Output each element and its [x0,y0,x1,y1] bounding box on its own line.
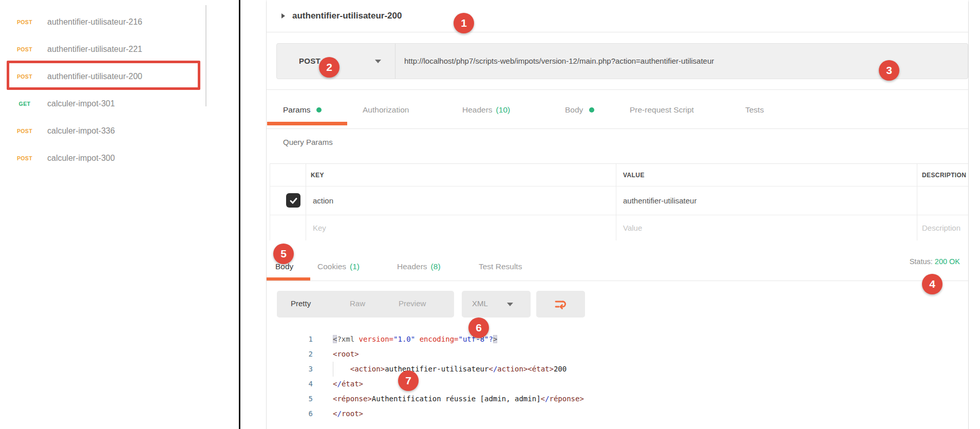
param-key-placeholder[interactable]: Key [313,223,326,232]
annotation-circle-6: 6 [468,318,489,338]
url-section-divider [267,89,968,90]
wrap-text-button[interactable] [536,291,585,318]
method-badge: POST [14,46,35,52]
request-tab-authorization[interactable]: Authorization [363,105,409,115]
code-line-text: </état> [333,377,363,391]
param-description-placeholder[interactable]: Description [922,223,960,232]
line-number: 6 [282,406,313,421]
tab-count: (8) [431,262,441,271]
request-tab-pre-request-script[interactable]: Pre-request Script [630,105,694,115]
sidebar-item-selected[interactable]: POSTauthentifier-utilisateur-200 [0,63,204,90]
wrap-text-icon [554,299,568,310]
green-dot-indicator [316,107,322,113]
table-row-border [270,215,968,215]
annotation-circle-1: 1 [454,13,474,33]
line-number: 4 [282,377,313,391]
panel-divider [239,0,240,429]
sidebar-item[interactable]: POSTauthentifier-utilisateur-216 [0,8,204,35]
request-tab-params[interactable]: Params [283,105,322,115]
format-chevron-down-icon [507,303,513,306]
code-line-text: </root> [333,406,363,421]
sidebar-item[interactable]: GETcalculer-impot-301 [0,90,204,117]
main-panel-right-border [968,0,969,429]
query-params-table: KEY VALUE DESCRIPTION action authentifie… [270,163,968,240]
table-row-border [270,186,968,186]
request-tab-body[interactable]: Body [565,105,594,115]
annotation-circle-3: 3 [879,60,899,81]
response-status: Status: 200 OK [910,257,960,266]
response-tab-test-results[interactable]: Test Results [479,262,522,271]
code-line: 6</root> [267,406,968,421]
sidebar: POSTauthentifier-utilisateur-216POSTauth… [0,0,239,429]
url-input[interactable]: http://localhost/php7/scripts-web/impots… [404,50,714,72]
tab-label: Headers [462,105,493,115]
param-value-cell[interactable]: authentifier-utilisateur [623,196,696,205]
tab-count: (10) [496,105,511,115]
format-dropdown-label: XML [472,299,488,308]
request-name-label: authentifier-utilisateur-200 [47,72,142,81]
param-enabled-checkbox[interactable] [286,193,300,208]
line-number: 2 [282,347,313,362]
method-chevron-down-icon[interactable] [375,60,381,63]
annotation-circle-7: 7 [398,370,419,391]
collapse-arrow-icon[interactable] [281,13,285,18]
method-badge: GET [14,101,35,107]
request-name-label: authentifier-utilisateur-216 [47,17,142,27]
view-button-preview[interactable]: Preview [399,299,426,308]
url-bar: POST http://localhost/php7/scripts-web/i… [276,43,968,79]
method-badge: POST [14,19,35,25]
tab-label: Headers [397,262,427,271]
tab-label: Cookies [317,262,346,271]
line-number: 1 [282,332,313,347]
status-label: Status: [910,257,935,266]
tab-label: Pre-request Script [630,105,694,115]
column-header-key: KEY [311,172,324,179]
param-key-cell[interactable]: action [313,196,333,205]
postman-app-screenshot: POSTauthentifier-utilisateur-216POSTauth… [0,0,980,429]
code-line: 3 <action>authentifier-utilisateur</acti… [267,362,968,377]
code-line: 4</état> [267,377,968,391]
code-line-text: <réponse>Authentification réussie [admin… [333,391,584,406]
request-panel: authentifier-utilisateur-200 POST http:/… [267,0,968,429]
param-value-placeholder[interactable]: Value [623,223,642,232]
response-view-switch: PrettyRawPreview [277,291,454,318]
column-header-value: VALUE [623,172,645,179]
sidebar-item[interactable]: POSTcalculer-impot-300 [0,144,204,172]
tab-label: Test Results [479,262,522,271]
response-tab-cookies[interactable]: Cookies(1) [317,262,360,271]
view-button-raw[interactable]: Raw [350,299,365,308]
code-line: 2<root> [267,347,968,362]
method-badge: POST [14,155,35,161]
request-name-label: authentifier-utilisateur-221 [47,45,142,54]
annotation-circle-5: 5 [273,244,294,264]
tab-count: (1) [350,262,360,271]
format-dropdown[interactable]: XML [462,291,531,318]
tab-label: Params [283,105,310,115]
code-line-text: <root> [333,347,359,362]
sidebar-scrollbar[interactable] [205,5,206,106]
request-tab-tests[interactable]: Tests [745,105,764,115]
request-tab-headers[interactable]: Headers(10) [462,105,510,115]
titlebar-divider [267,32,968,32]
table-column-border [917,164,917,240]
tab-label: Body [565,105,583,115]
query-params-heading: Query Params [283,138,333,146]
annotation-circle-2: 2 [319,57,340,78]
view-button-pretty[interactable]: Pretty [291,299,311,308]
request-name-label: calculer-impot-300 [47,154,115,163]
sidebar-item[interactable]: POSTauthentifier-utilisateur-221 [0,35,204,63]
table-column-border [306,164,306,240]
method-badge: POST [14,73,35,80]
code-line-text: <action>authentifier-utilisateur</action… [333,362,567,377]
line-number: 3 [282,362,313,377]
request-tabs-divider [267,128,968,129]
method-select[interactable]: POST [299,50,321,72]
table-column-border [616,164,616,240]
request-name-label: calculer-impot-336 [47,126,115,136]
tab-label: Authorization [363,105,409,115]
code-line: 1<?xml version="1.0" encoding="utf-8"?> [267,332,968,347]
sidebar-item[interactable]: POSTcalculer-impot-336 [0,117,204,144]
green-dot-indicator [589,107,594,113]
response-tab-headers[interactable]: Headers(8) [397,262,441,271]
method-badge: POST [14,128,35,134]
